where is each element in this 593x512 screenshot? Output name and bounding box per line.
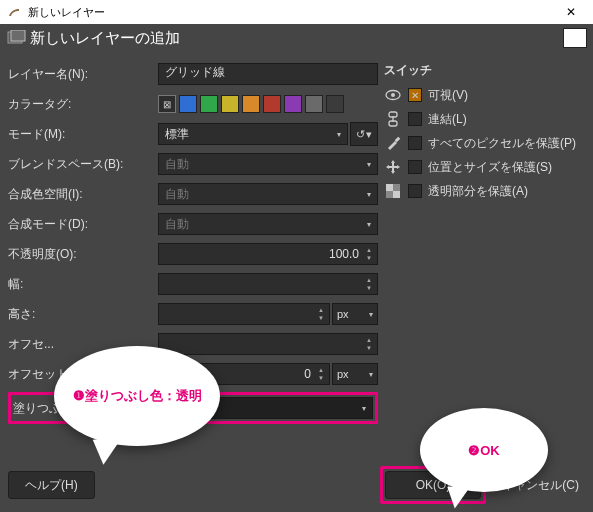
svg-rect-9	[386, 184, 393, 191]
chevron-down-icon: ▾	[367, 190, 371, 199]
switch-label: 透明部分を保護(A)	[428, 183, 528, 200]
switch-checkbox[interactable]	[408, 112, 422, 126]
mode-reset-button[interactable]: ↺▾	[350, 122, 378, 146]
alpha-icon	[384, 182, 402, 200]
blend-space-combo[interactable]: 自動▾	[158, 153, 378, 175]
header-title: 新しいレイヤーの追加	[30, 29, 180, 48]
link-icon	[384, 110, 402, 128]
svg-rect-7	[395, 137, 401, 143]
height-label: 高さ:	[8, 306, 158, 323]
color-tag-swatch[interactable]	[305, 95, 323, 113]
chevron-down-icon: ▾	[367, 220, 371, 229]
composite-space-label: 合成色空間(I):	[8, 186, 158, 203]
height-input[interactable]: ▲▼	[158, 303, 330, 325]
switch-label: 可視(V)	[428, 87, 468, 104]
spin-down-icon[interactable]: ▼	[315, 374, 327, 382]
reset-icon: ↺	[356, 128, 365, 141]
chevron-down-icon: ▾	[362, 404, 366, 413]
color-tag-swatch[interactable]	[221, 95, 239, 113]
color-tag-swatch[interactable]	[200, 95, 218, 113]
app-icon	[6, 4, 22, 20]
mode-combo[interactable]: 標準▾	[158, 123, 348, 145]
width-input[interactable]: ▲▼	[158, 273, 378, 295]
color-tag-label: カラータグ:	[8, 96, 158, 113]
chevron-down-icon: ▾	[369, 370, 373, 379]
dialog-body: レイヤー名(N): グリッド線 カラータグ: ⊠ モード(M): 標準▾	[0, 52, 593, 512]
move-icon	[384, 158, 402, 176]
switch-checkbox[interactable]: ✕	[408, 88, 422, 102]
spin-down-icon[interactable]: ▼	[363, 344, 375, 352]
switch-panel: スイッチ ✕可視(V)連結(L)すべてのピクセルを保護(P)位置とサイズを保護(…	[378, 62, 585, 424]
opacity-label: 不透明度(O):	[8, 246, 158, 263]
spin-up-icon[interactable]: ▲	[315, 366, 327, 374]
switch-checkbox[interactable]	[408, 184, 422, 198]
window-title: 新しいレイヤー	[28, 5, 555, 20]
svg-rect-10	[393, 191, 400, 198]
spin-down-icon[interactable]: ▼	[315, 314, 327, 322]
color-tag-swatch[interactable]	[284, 95, 302, 113]
brush-icon	[384, 134, 402, 152]
chevron-down-icon: ▾	[366, 128, 372, 141]
svg-point-3	[391, 93, 395, 97]
spin-up-icon[interactable]: ▲	[315, 306, 327, 314]
annotation-callout-1: ❶塗りつぶし色：透明	[54, 346, 220, 446]
chevron-down-icon: ▾	[337, 130, 341, 139]
offset-x-input[interactable]: ▲▼	[158, 333, 378, 355]
switch-checkbox[interactable]	[408, 136, 422, 150]
blend-space-label: ブレンドスペース(B):	[8, 156, 158, 173]
color-tag-swatch[interactable]	[242, 95, 260, 113]
switch-row: 位置とサイズを保護(S)	[384, 155, 585, 179]
switch-row: 透明部分を保護(A)	[384, 179, 585, 203]
switch-label: 位置とサイズを保護(S)	[428, 159, 552, 176]
switch-checkbox[interactable]	[408, 160, 422, 174]
composite-mode-combo[interactable]: 自動▾	[158, 213, 378, 235]
width-label: 幅:	[8, 276, 158, 293]
spin-down-icon[interactable]: ▼	[363, 254, 375, 262]
window: 新しいレイヤー ✕ 新しいレイヤーの追加 レイヤー名(N): グリッド線	[0, 0, 593, 512]
composite-space-combo[interactable]: 自動▾	[158, 183, 378, 205]
layer-icon	[6, 30, 26, 46]
color-tag-swatch[interactable]	[326, 95, 344, 113]
color-tag-swatch[interactable]	[179, 95, 197, 113]
switch-row: 連結(L)	[384, 107, 585, 131]
switch-label: 連結(L)	[428, 111, 467, 128]
eye-icon	[384, 86, 402, 104]
offset-y-unit-combo[interactable]: px▾	[332, 363, 378, 385]
header-bar: 新しいレイヤーの追加	[0, 24, 593, 52]
spin-down-icon[interactable]: ▼	[363, 284, 375, 292]
titlebar: 新しいレイヤー ✕	[0, 0, 593, 24]
mode-label: モード(M):	[8, 126, 158, 143]
spin-up-icon[interactable]: ▲	[363, 276, 375, 284]
chevron-down-icon: ▾	[369, 310, 373, 319]
help-button[interactable]: ヘルプ(H)	[8, 471, 95, 499]
opacity-input[interactable]: 100.0 ▲▼	[158, 243, 378, 265]
composite-mode-label: 合成モード(D):	[8, 216, 158, 233]
color-tag-picker[interactable]: ⊠	[158, 95, 378, 113]
close-button[interactable]: ✕	[555, 2, 587, 22]
layer-name-input[interactable]: グリッド線	[158, 63, 378, 85]
color-tag-none[interactable]: ⊠	[158, 95, 176, 113]
chevron-down-icon: ▾	[367, 160, 371, 169]
fg-color-swatch[interactable]	[563, 28, 587, 48]
color-tag-swatch[interactable]	[263, 95, 281, 113]
switch-row: すべてのピクセルを保護(P)	[384, 131, 585, 155]
height-unit-combo[interactable]: px▾	[332, 303, 378, 325]
annotation-callout-2: ❷OK	[420, 408, 548, 492]
layer-name-label: レイヤー名(N):	[8, 66, 158, 83]
switch-row: ✕可視(V)	[384, 83, 585, 107]
svg-rect-1	[11, 30, 25, 41]
spin-up-icon[interactable]: ▲	[363, 246, 375, 254]
switch-title: スイッチ	[384, 62, 585, 79]
switch-label: すべてのピクセルを保護(P)	[428, 135, 576, 152]
spin-up-icon[interactable]: ▲	[363, 336, 375, 344]
